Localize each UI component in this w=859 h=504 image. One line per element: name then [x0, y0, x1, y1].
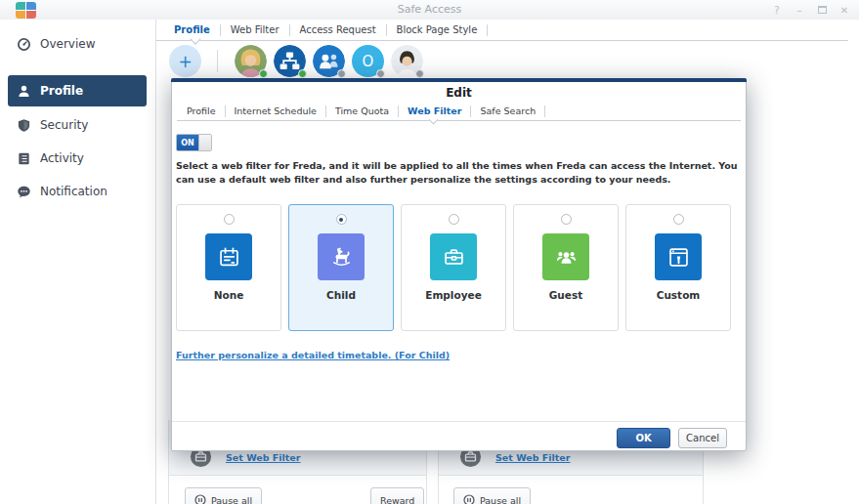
radio-custom[interactable] [673, 214, 684, 225]
minimize-icon[interactable]: – [793, 3, 806, 17]
sidebar-item-label: Activity [40, 151, 84, 165]
filter-label: None [214, 289, 244, 301]
dialog-title: Edit [172, 86, 746, 100]
filter-label: Custom [657, 289, 701, 301]
avatar-group[interactable] [313, 45, 345, 77]
tab-block-page-style[interactable]: Block Page Style [387, 20, 488, 40]
tab-label: Web Filter [231, 24, 279, 35]
avatar-boy-photo[interactable] [391, 45, 423, 77]
filter-option-child[interactable]: Child [288, 204, 394, 331]
radio-child[interactable] [336, 214, 347, 225]
tab-label: Profile [187, 105, 216, 116]
main-tabbar: Profile Web Filter Access Request Block … [174, 20, 488, 40]
reward-button[interactable]: Reward [370, 487, 424, 504]
pause-all-label: Pause all [480, 495, 521, 504]
avatar-letter-o[interactable]: O [352, 45, 384, 77]
close-icon[interactable]: ✕ [838, 3, 851, 17]
dialog-footer-divider [172, 421, 746, 422]
avatar-woman-photo[interactable] [235, 45, 267, 77]
dialog-tabbar: Profile Internet Schedule Time Quota Web… [178, 102, 545, 120]
set-web-filter-link[interactable]: Set Web Filter [495, 452, 571, 463]
tab-label: Safe Search [480, 105, 536, 116]
window-title: Safe Access [0, 3, 859, 16]
dialog-tab-profile[interactable]: Profile [178, 102, 225, 120]
pause-icon [194, 494, 206, 504]
tab-web-filter[interactable]: Web Filter [221, 20, 289, 40]
status-dot [376, 69, 385, 78]
tab-label: Time Quota [335, 105, 389, 116]
set-web-filter-link[interactable]: Set Web Filter [226, 452, 301, 463]
dialog-tab-rule [177, 120, 741, 121]
dialog-tab-time-quota[interactable]: Time Quota [326, 102, 398, 120]
window-controls: ? – ✕ [770, 3, 851, 17]
sidebar-item-security[interactable]: Security [0, 113, 156, 137]
pause-all-label: Pause all [211, 495, 252, 504]
maximize-glyph [818, 6, 827, 14]
sidebar-item-label: Profile [40, 84, 83, 98]
sidebar-item-label: Notification [40, 185, 107, 198]
radio-none[interactable] [224, 214, 235, 225]
filter-label: Child [326, 289, 356, 301]
ok-button[interactable]: OK [617, 428, 670, 448]
schedule-note-icon [205, 233, 252, 280]
sidebar-item-profile[interactable]: Profile [8, 75, 147, 106]
status-dot [298, 69, 307, 78]
radio-employee[interactable] [449, 214, 459, 225]
sidebar-item-overview[interactable]: Overview [0, 32, 156, 56]
web-filter-toggle[interactable]: ON [176, 134, 212, 151]
activity-log-icon [17, 151, 31, 166]
cancel-button[interactable]: Cancel [678, 428, 727, 448]
web-filter-description: Select a web filter for Freda, and it wi… [176, 159, 738, 187]
sidebar-item-activity[interactable]: Activity [0, 147, 156, 170]
tab-label: Profile [174, 24, 210, 35]
active-tab-caret [191, 33, 201, 44]
filter-label: Employee [425, 289, 482, 301]
tab-divider [487, 24, 488, 36]
add-profile-button[interactable]: + [169, 45, 201, 77]
rocking-horse-icon [318, 233, 365, 280]
safe-access-window: Safe Access ? – ✕ Overview Profile Secur… [0, 0, 859, 504]
guest-group-icon [542, 233, 589, 280]
tab-divider [544, 105, 545, 117]
maximize-icon[interactable] [815, 3, 829, 17]
person-icon [17, 84, 31, 99]
toggle-on-label: ON [177, 135, 198, 150]
help-icon[interactable]: ? [770, 3, 784, 17]
filter-options: None Child Employee [176, 204, 731, 331]
shield-icon [17, 118, 31, 133]
plus-icon: + [178, 52, 192, 71]
dialog-tab-safe-search[interactable]: Safe Search [471, 102, 544, 120]
timetable-link[interactable]: Further personalize a detailed timetable… [176, 350, 450, 360]
active-tab-caret [428, 115, 438, 125]
tab-access-request[interactable]: Access Request [290, 20, 386, 40]
profile-avatars: O [235, 45, 423, 77]
filter-option-guest[interactable]: Guest [513, 204, 619, 331]
tab-profile[interactable]: Profile [174, 20, 220, 40]
status-dot [415, 69, 424, 78]
dialog-tab-internet-schedule[interactable]: Internet Schedule [226, 102, 325, 120]
pause-all-button[interactable]: Pause all [453, 487, 531, 504]
tab-label: Internet Schedule [235, 105, 317, 116]
filter-option-employee[interactable]: Employee [401, 204, 506, 331]
filter-label: Guest [549, 289, 582, 301]
reward-label: Reward [380, 495, 414, 504]
sidebar-item-notification[interactable]: Notification [0, 180, 156, 203]
dialog-tab-web-filter[interactable]: Web Filter [399, 102, 470, 120]
notification-icon [17, 185, 31, 199]
tab-label: Web Filter [408, 105, 461, 116]
sidebar-item-label: Security [40, 118, 88, 132]
custom-window-wrench-icon [655, 233, 702, 280]
filter-option-none[interactable]: None [176, 204, 281, 331]
pause-icon [463, 494, 475, 504]
avatar-local-network[interactable] [274, 45, 306, 77]
toggle-knob [198, 135, 211, 150]
pause-all-button[interactable]: Pause all [185, 487, 262, 504]
status-dot [337, 69, 346, 78]
gauge-icon [17, 37, 31, 52]
profiles-divider [217, 50, 218, 72]
filter-option-custom[interactable]: Custom [625, 204, 731, 331]
radio-guest[interactable] [561, 214, 572, 225]
titlebar: Safe Access ? – ✕ [0, 0, 859, 20]
edit-dialog: Edit Profile Internet Schedule Time Quot… [171, 78, 747, 451]
tab-label: Access Request [300, 24, 376, 35]
